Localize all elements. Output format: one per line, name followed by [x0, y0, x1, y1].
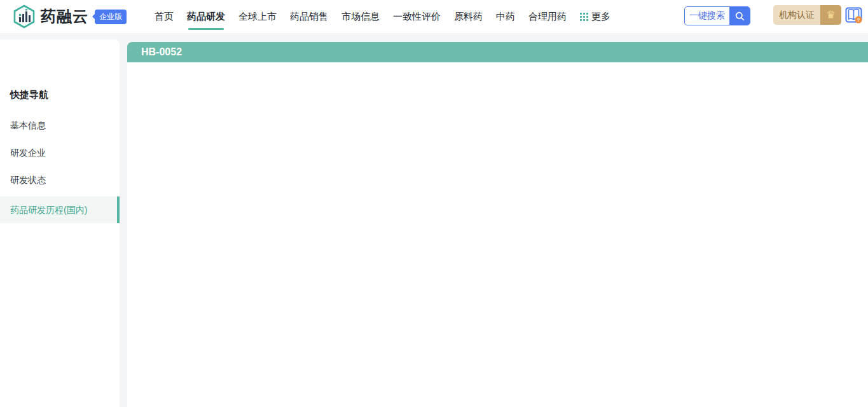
sidebar-item-basic-info[interactable]: 基本信息: [10, 120, 46, 132]
org-certification-label: 机构认证: [773, 10, 820, 21]
sidebar-item-rd-status[interactable]: 研发状态: [10, 175, 46, 186]
quick-nav-sidebar: 快捷导航 基本信息 研发企业 研发状态 药品研发历程(国内): [0, 39, 120, 407]
nav-item-api[interactable]: 原料药: [454, 0, 483, 33]
brand-name: 药融云: [41, 6, 88, 27]
grid-dots-icon: [580, 13, 588, 21]
search-icon: [729, 6, 750, 25]
nav-more-button[interactable]: 更多: [580, 0, 610, 33]
nav-item-tcm[interactable]: 中药: [496, 0, 515, 33]
nav-more-label: 更多: [591, 11, 610, 23]
page-title: HB-0052: [127, 42, 868, 62]
svg-text:?: ?: [857, 17, 860, 23]
main-content-panel: [127, 62, 868, 407]
sidebar-title: 快捷导航: [10, 89, 48, 101]
nav-item-rational-use[interactable]: 合理用药: [528, 0, 567, 33]
help-manual-icon[interactable]: ?: [844, 6, 863, 24]
crown-icon: ♛: [820, 5, 841, 25]
drug-title-bar: HB-0052: [127, 42, 868, 62]
quick-search-button[interactable]: 一键搜索: [684, 6, 750, 25]
active-indicator-bar: [117, 197, 120, 223]
app-root: 药融云 企业版 首页 药品研发 全球上市 药品销售 市场信息 一致性评价 原料药…: [0, 0, 868, 407]
nav-item-global-listing[interactable]: 全球上市: [238, 0, 277, 33]
nav-item-consistency-eval[interactable]: 一致性评价: [393, 0, 441, 33]
sidebar-item-rd-history-domestic[interactable]: 药品研发历程(国内): [0, 197, 120, 223]
nav-item-drug-sales[interactable]: 药品销售: [290, 0, 328, 33]
sidebar-active-label: 药品研发历程(国内): [10, 197, 87, 223]
primary-nav: 首页 药品研发 全球上市 药品销售 市场信息 一致性评价 原料药 中药 合理用药…: [155, 0, 610, 33]
brand-logo[interactable]: 药融云 企业版: [13, 4, 127, 29]
enterprise-edition-badge: 企业版: [95, 10, 127, 24]
org-certification-button[interactable]: 机构认证 ♛: [773, 5, 841, 25]
nav-item-drug-rd[interactable]: 药品研发: [187, 0, 225, 33]
quick-search-label: 一键搜索: [685, 10, 729, 22]
nav-item-home[interactable]: 首页: [155, 0, 174, 33]
nav-item-market-info[interactable]: 市场信息: [341, 0, 380, 33]
sidebar-item-rd-companies[interactable]: 研发企业: [10, 148, 46, 159]
logo-hexagon-icon: [13, 4, 36, 29]
top-navigation-bar: 药融云 企业版 首页 药品研发 全球上市 药品销售 市场信息 一致性评价 原料药…: [0, 0, 868, 33]
